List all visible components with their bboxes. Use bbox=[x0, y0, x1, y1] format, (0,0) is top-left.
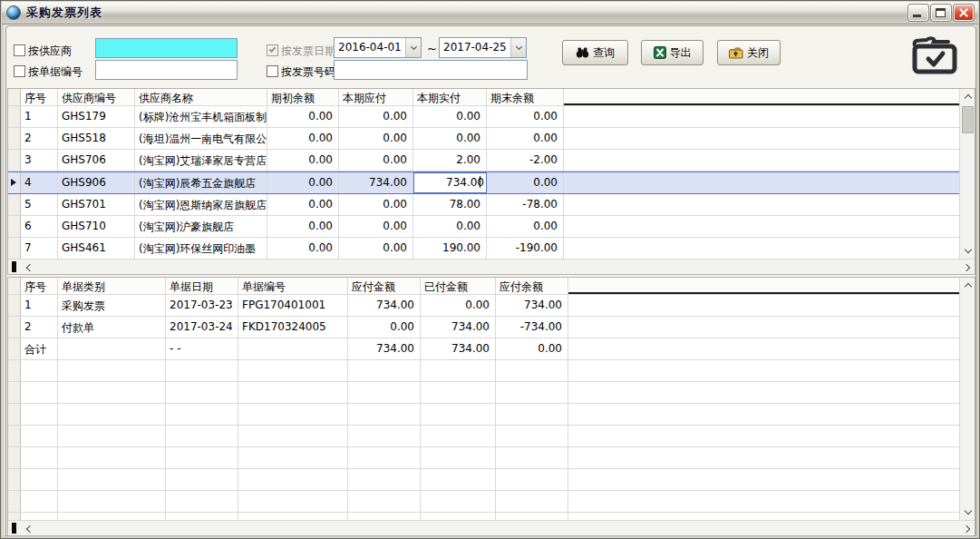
column-header[interactable]: 本期实付 bbox=[413, 89, 487, 105]
invoice-no-filter-input[interactable] bbox=[334, 60, 528, 80]
supplier-filter-input[interactable] bbox=[95, 38, 238, 58]
row-header[interactable] bbox=[8, 382, 21, 403]
cell[interactable]: FKD170324005 bbox=[238, 317, 348, 338]
scrollbar-thumb[interactable] bbox=[12, 523, 16, 534]
cell[interactable] bbox=[166, 469, 238, 490]
cell[interactable] bbox=[58, 426, 166, 446]
cell[interactable] bbox=[58, 360, 166, 381]
cell[interactable]: 1 bbox=[21, 295, 58, 316]
cell[interactable]: 2.00 bbox=[413, 150, 487, 171]
cell[interactable]: 0.00 bbox=[413, 128, 487, 149]
date-from-select[interactable]: 2016-04-01 bbox=[334, 37, 422, 58]
cell[interactable]: 0.00 bbox=[267, 194, 339, 215]
table-row[interactable] bbox=[8, 426, 959, 447]
scroll-right-button[interactable] bbox=[959, 260, 975, 275]
cell[interactable] bbox=[58, 513, 166, 520]
cell[interactable]: GHS706 bbox=[58, 150, 135, 171]
cell[interactable]: 0.00 bbox=[339, 238, 413, 259]
query-button[interactable]: 查询 bbox=[562, 40, 628, 65]
column-header[interactable]: 单据日期 bbox=[166, 278, 238, 294]
cell[interactable]: -190.00 bbox=[487, 238, 564, 259]
cell[interactable]: 3 bbox=[21, 150, 58, 171]
cell[interactable] bbox=[21, 513, 58, 520]
cell[interactable] bbox=[58, 491, 166, 512]
cell[interactable] bbox=[348, 513, 421, 520]
cell[interactable] bbox=[496, 447, 568, 468]
cell[interactable]: -734.00 bbox=[496, 317, 568, 338]
cell[interactable] bbox=[496, 469, 568, 490]
close-window-button[interactable] bbox=[954, 5, 974, 21]
table-row[interactable] bbox=[8, 513, 959, 520]
cell[interactable] bbox=[58, 447, 166, 468]
table-row[interactable]: 合计- -734.00734.000.00 bbox=[8, 338, 959, 360]
cell[interactable]: 0.00 bbox=[267, 216, 339, 237]
scroll-up-button[interactable] bbox=[960, 89, 975, 104]
cell[interactable]: 0.00 bbox=[348, 317, 421, 338]
table-row[interactable]: 2付款单2017-03-24FKD1703240050.00734.00-734… bbox=[8, 317, 959, 338]
cell[interactable]: 2 bbox=[21, 317, 58, 338]
cell[interactable]: (海坦)温州一南电气有限公司 bbox=[135, 128, 267, 149]
cell[interactable] bbox=[238, 426, 348, 446]
cell[interactable] bbox=[496, 360, 568, 381]
cell[interactable] bbox=[166, 404, 238, 425]
table-row[interactable]: 3GHS706(淘宝网)艾瑞泽家居专营店0.000.002.00-2.00 bbox=[8, 150, 959, 172]
cell[interactable]: - - bbox=[166, 338, 238, 359]
cell[interactable] bbox=[496, 491, 568, 512]
invoice-date-filter-checkbox[interactable] bbox=[267, 44, 278, 56]
table-row[interactable]: 1采购发票2017-03-23FPG170401001734.000.00734… bbox=[8, 295, 959, 317]
cell[interactable]: 734.00 bbox=[496, 295, 568, 316]
horizontal-scrollbar[interactable] bbox=[8, 520, 975, 535]
table-row[interactable] bbox=[8, 360, 959, 382]
cell[interactable] bbox=[166, 382, 238, 403]
row-header[interactable] bbox=[8, 238, 21, 259]
row-header[interactable] bbox=[8, 404, 21, 425]
cell[interactable] bbox=[238, 360, 348, 381]
cell[interactable] bbox=[421, 360, 496, 381]
cell[interactable]: -2.00 bbox=[487, 150, 564, 171]
cell[interactable] bbox=[238, 404, 348, 425]
cell[interactable]: 4 bbox=[21, 172, 58, 193]
cell[interactable] bbox=[496, 513, 568, 520]
cell[interactable]: GHS701 bbox=[58, 194, 135, 215]
minimize-button[interactable] bbox=[908, 5, 928, 21]
cell[interactable] bbox=[496, 382, 568, 403]
cell[interactable]: FPG170401001 bbox=[238, 295, 348, 316]
cell[interactable]: 734.00 bbox=[421, 317, 496, 338]
row-header[interactable] bbox=[8, 150, 21, 171]
cell[interactable] bbox=[166, 360, 238, 381]
cell[interactable] bbox=[348, 382, 421, 403]
cell[interactable] bbox=[238, 513, 348, 520]
invoice-date-filter-label[interactable]: 按发票日期 bbox=[281, 44, 335, 59]
invoice-no-filter-label[interactable]: 按发票号码 bbox=[281, 64, 335, 80]
row-header[interactable] bbox=[8, 106, 21, 127]
row-header[interactable] bbox=[8, 360, 21, 381]
column-header[interactable]: 期末余额 bbox=[487, 89, 564, 105]
column-header[interactable]: 序号 bbox=[21, 278, 58, 294]
cell[interactable]: 0.00 bbox=[267, 150, 339, 171]
cell[interactable]: (淘宝网)恩斯纳家居旗舰店 bbox=[135, 194, 267, 215]
cell[interactable]: (淘宝网)沪豪旗舰店 bbox=[135, 216, 267, 237]
row-header[interactable] bbox=[8, 447, 21, 468]
cell[interactable] bbox=[421, 469, 496, 490]
cell[interactable]: 734.00 bbox=[348, 338, 421, 359]
cell[interactable] bbox=[496, 426, 568, 446]
cell[interactable]: 0.00 bbox=[339, 216, 413, 237]
cell[interactable]: (标牌)沧州宝丰机箱面板制造 bbox=[135, 106, 267, 127]
cell[interactable] bbox=[421, 447, 496, 468]
cell[interactable]: 采购发票 bbox=[58, 295, 166, 316]
column-header[interactable]: 本期应付 bbox=[339, 89, 413, 105]
cell[interactable]: 2017-03-23 bbox=[166, 295, 238, 316]
cell[interactable] bbox=[238, 447, 348, 468]
scroll-right-button[interactable] bbox=[959, 521, 975, 536]
table-row[interactable]: 2GHS518(海坦)温州一南电气有限公司0.000.000.000.00 bbox=[8, 128, 959, 150]
cell[interactable]: 0.00 bbox=[339, 150, 413, 171]
cell[interactable] bbox=[21, 469, 58, 490]
cell[interactable] bbox=[421, 491, 496, 512]
cell[interactable]: 2 bbox=[21, 128, 58, 149]
cell[interactable]: 78.00 bbox=[413, 194, 487, 215]
cell[interactable] bbox=[238, 469, 348, 490]
row-header[interactable] bbox=[8, 317, 21, 338]
close-button[interactable]: 关闭 bbox=[717, 40, 781, 65]
scroll-down-button[interactable] bbox=[960, 505, 975, 520]
cell[interactable]: 0.00 bbox=[339, 106, 413, 127]
